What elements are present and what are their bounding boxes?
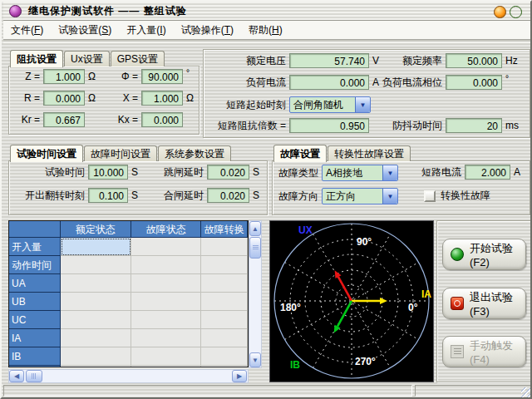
fault-direction-value: 正方向 (323, 189, 382, 204)
load-current-field: 负荷电流 0.000 A (207, 75, 379, 90)
rated-freq-input[interactable]: 50.000 (446, 53, 502, 68)
minimize-button[interactable] (494, 6, 506, 18)
trip-delay-input[interactable]: 0.020 (207, 165, 249, 180)
phi-field: Φ = 90.000 ° (113, 69, 190, 84)
start-icon (451, 248, 464, 261)
menu-test-settings[interactable]: 试验设置(S) (51, 21, 119, 40)
phi-input[interactable]: 90.000 (141, 69, 183, 84)
x-label: X = (113, 92, 138, 104)
fault-type-combo[interactable]: A相接地 ▼ (322, 165, 398, 181)
vscroll-thumb[interactable] (249, 237, 261, 259)
chevron-down-icon[interactable]: ▼ (382, 189, 397, 204)
close-delay-input[interactable]: 0.020 (207, 188, 249, 203)
kx-input[interactable]: 0.000 (141, 112, 183, 127)
fault-type-value: A相接地 (323, 165, 382, 180)
table-hscrollbar[interactable] (8, 369, 249, 383)
title-bar: 继电保护测试软件 —— 整组试验 (3, 2, 530, 21)
x-input[interactable]: 1.000 (141, 91, 183, 106)
scroll-right-icon[interactable]: ▶ (232, 370, 247, 382)
column-header-fault-state[interactable]: 故障状态 (131, 221, 201, 238)
angle-180-label: 180° (280, 302, 301, 313)
trip-delay-unit: S (253, 166, 259, 178)
impedance-ratio-input[interactable]: 0.950 (289, 118, 369, 133)
flip-time-field: 开出翻转时刻 0.100 S (12, 188, 138, 203)
timing-tabstrip: 试验时间设置 故障时间设置 系统参数设置 (10, 145, 232, 161)
load-phase-field: 负荷电流相位 0.000 ° (377, 75, 509, 90)
measurement-table: 额定状态 故障状态 故障转换 开入量 动作时间 UA UB UC IA IB I… (8, 220, 249, 367)
kr-input[interactable]: 0.667 (43, 112, 85, 127)
table-row: IB (9, 347, 248, 366)
test-time-label: 试验时间 (12, 165, 85, 180)
scroll-down-icon[interactable]: ▼ (249, 352, 261, 367)
selected-cell[interactable] (61, 238, 131, 256)
resize-grip[interactable] (521, 387, 531, 397)
tab-system-param-settings[interactable]: 系统参数设置 (158, 145, 231, 161)
short-current-field: 短路电流 2.000 A (421, 165, 520, 180)
tab-fault-settings[interactable]: 故障设置 (273, 145, 327, 162)
tab-ux-settings[interactable]: Ux设置 (64, 51, 110, 66)
window-title: 继电保护测试软件 —— 整组试验 (28, 4, 187, 18)
scroll-left-icon[interactable]: ◀ (9, 370, 24, 382)
table-row: UA (9, 274, 248, 293)
short-start-label: 短路起始时刻 (207, 98, 286, 112)
chevron-down-icon[interactable]: ▼ (355, 97, 370, 112)
load-phase-label: 负荷电流相位 (377, 76, 442, 90)
tab-test-time-settings[interactable]: 试验时间设置 (10, 145, 83, 162)
tab-impedance-settings[interactable]: 阻抗设置 (10, 50, 63, 67)
fault-direction-combo[interactable]: 正方向 ▼ (322, 188, 398, 204)
r-input[interactable]: 0.000 (43, 91, 85, 106)
debounce-input[interactable]: 20 (446, 118, 502, 133)
test-time-field: 试验时间 10.000 S (12, 165, 138, 180)
table-row: UB (9, 293, 248, 311)
short-current-label: 短路电流 (421, 165, 461, 180)
tab-convert-fault-settings[interactable]: 转换性故障设置 (328, 145, 411, 161)
r-label: R = (13, 92, 40, 104)
flip-time-input[interactable]: 0.100 (88, 188, 128, 203)
close-button[interactable] (510, 6, 522, 18)
test-time-input[interactable]: 10.000 (88, 165, 128, 180)
impedance-tabstrip: 阻抗设置 Ux设置 GPS设置 (10, 50, 165, 66)
trip-delay-label: 跳闸延时 (158, 165, 204, 180)
tab-gps-settings[interactable]: GPS设置 (111, 51, 165, 66)
short-start-value: 合闸角随机 (290, 97, 355, 112)
flip-time-label: 开出翻转时刻 (12, 189, 85, 203)
tab-fault-time-settings[interactable]: 故障时间设置 (84, 145, 157, 161)
exit-test-button[interactable]: 退出试验(F3) (442, 288, 526, 319)
z-field: Z = 1.000 Ω (13, 69, 96, 84)
convert-fault-checkbox[interactable] (424, 190, 436, 202)
angle-90-label: 90° (357, 236, 372, 248)
menu-test-operation[interactable]: 试验操作(T) (174, 21, 241, 40)
table-row: 动作时间 (9, 256, 248, 274)
angle-270-label: 270° (355, 356, 376, 367)
app-icon (9, 5, 22, 17)
fault-direction-label: 故障方向 (277, 190, 318, 204)
rated-voltage-input[interactable]: 57.740 (289, 53, 369, 68)
short-current-input[interactable]: 2.000 (465, 165, 510, 180)
impedance-ratio-field: 短路阻抗倍数 = 0.950 (207, 118, 369, 133)
phi-unit: ° (186, 68, 190, 77)
ib-vector-label: IB (290, 359, 300, 371)
test-time-unit: S (131, 166, 138, 178)
menu-file[interactable]: 文件(F) (3, 21, 51, 40)
load-current-input[interactable]: 0.000 (289, 75, 369, 90)
fault-type-field: 故障类型 A相接地 ▼ (277, 165, 398, 181)
load-current-label: 负荷电流 (207, 76, 286, 90)
column-header-fault-convert[interactable]: 故障转换 (201, 221, 248, 238)
debounce-field: 防抖动时间 20 ms (377, 118, 519, 133)
r-unit: Ω (88, 92, 96, 104)
z-input[interactable]: 1.000 (43, 69, 85, 84)
hscroll-thumb[interactable] (26, 370, 42, 382)
table-row: UC (9, 311, 248, 329)
scroll-up-icon[interactable]: ▲ (249, 221, 261, 236)
table-row: IA (9, 329, 248, 347)
start-test-button[interactable]: 开始试验(F2) (442, 239, 526, 270)
load-phase-input[interactable]: 0.000 (446, 75, 502, 90)
short-start-combo[interactable]: 合闸角随机 ▼ (289, 96, 371, 113)
short-start-field: 短路起始时刻 合闸角随机 ▼ (207, 96, 371, 113)
menu-help[interactable]: 帮助(H) (241, 21, 290, 40)
menu-binary-input[interactable]: 开入量(I) (119, 21, 173, 40)
close-delay-field: 合闸延时 0.020 S (158, 188, 259, 203)
r-field: R = 0.000 Ω (13, 91, 96, 106)
chevron-down-icon[interactable]: ▼ (382, 165, 397, 180)
column-header-rated-state[interactable]: 额定状态 (61, 221, 131, 238)
